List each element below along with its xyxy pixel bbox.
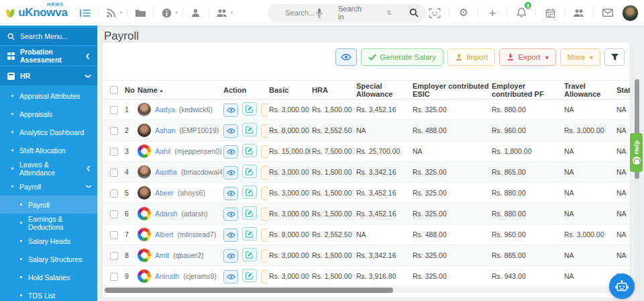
help-tab[interactable]: Help	[630, 133, 643, 172]
view-row-button[interactable]	[223, 166, 238, 179]
calendar-icon[interactable]	[542, 5, 558, 21]
edit-row-button[interactable]	[242, 123, 257, 136]
employee-name-link[interactable]: Aadya	[155, 105, 175, 114]
sidebar-item[interactable]: Leaves & Attendance	[0, 159, 97, 177]
row-checkbox[interactable]	[110, 189, 118, 198]
edit-row-button[interactable]	[242, 165, 257, 178]
row-checkbox[interactable]	[110, 210, 118, 218]
column-pf[interactable]: Employer contributed PF	[490, 81, 563, 99]
plus-icon[interactable]: +	[484, 5, 500, 21]
view-row-button[interactable]	[223, 145, 238, 159]
row-more-button[interactable]: ⋮	[261, 166, 268, 179]
scope-sorter-icon[interactable]: ⇅	[386, 9, 392, 16]
edit-row-button[interactable]	[242, 248, 257, 261]
search-submit-icon[interactable]	[409, 7, 419, 18]
row-more-button[interactable]: ⋮	[261, 208, 268, 221]
info-icon[interactable]	[158, 5, 174, 21]
row-checkbox[interactable]	[110, 106, 118, 114]
edit-row-button[interactable]	[242, 227, 257, 241]
column-esic[interactable]: Employer contributed ESIC	[411, 81, 490, 99]
vertical-scrollbar[interactable]	[635, 79, 639, 301]
row-checkbox[interactable]	[110, 231, 118, 239]
view-row-button[interactable]	[223, 103, 238, 117]
row-more-button[interactable]: ⋮	[261, 228, 268, 242]
users-icon[interactable]	[214, 5, 230, 21]
horizontal-scrollbar-thumb[interactable]	[105, 288, 393, 293]
edit-row-button[interactable]	[242, 144, 257, 157]
column-travel-allowance[interactable]: Travel Allowance	[563, 81, 615, 99]
row-more-button[interactable]: ⋮	[261, 187, 268, 200]
sidebar-item[interactable]: Appraisals	[0, 105, 97, 123]
employee-name-link[interactable]: Aastha	[155, 168, 177, 176]
horizontal-scrollbar[interactable]	[104, 288, 629, 293]
edit-row-button[interactable]	[242, 269, 257, 282]
sidebar-item[interactable]: Payroll	[0, 177, 97, 196]
sidebar-item[interactable]: Shift Allocation	[0, 141, 97, 159]
employee-name-link[interactable]: Amit	[155, 251, 169, 259]
employee-name-link[interactable]: Abeer	[155, 189, 174, 197]
row-more-button[interactable]: ⋮	[261, 270, 268, 284]
column-no[interactable]: No	[123, 81, 136, 99]
edit-row-button[interactable]	[242, 206, 257, 220]
filter-button[interactable]	[604, 48, 625, 66]
chevron-down-icon[interactable]: ▾	[120, 10, 123, 15]
chevron-down-icon[interactable]: ▾	[175, 10, 178, 15]
chatbot-button[interactable]	[609, 273, 635, 299]
bell-icon[interactable]: 8	[513, 5, 529, 21]
employee-name-link[interactable]: Albert	[155, 230, 173, 239]
sidebar-subitem[interactable]: Payroll	[0, 196, 97, 214]
sidebar-subitem[interactable]: Salary Heads	[0, 232, 97, 250]
column-special-allowance[interactable]: Special Allowance	[355, 81, 411, 99]
sidebar-subitem[interactable]: Salary Structures	[0, 250, 97, 268]
row-more-button[interactable]: ⋮	[261, 145, 268, 159]
sidebar-subitem[interactable]: TDS List	[0, 286, 97, 301]
row-checkbox[interactable]	[110, 148, 118, 156]
sidebar-item[interactable]: Appraisal Attributes	[0, 87, 97, 105]
sidebar-subitem[interactable]: Hold Salaries	[0, 268, 97, 286]
employee-name-link[interactable]: Adarsh	[155, 210, 177, 218]
import-button[interactable]: Import	[447, 48, 496, 66]
employee-name-link[interactable]: Anirudh	[155, 272, 179, 280]
row-more-button[interactable]: ⋮	[261, 124, 268, 138]
row-checkbox[interactable]	[110, 252, 118, 260]
rss-feed-icon[interactable]	[103, 5, 119, 21]
row-checkbox[interactable]	[110, 169, 118, 177]
preview-button[interactable]	[335, 48, 357, 66]
edit-row-button[interactable]	[242, 185, 257, 199]
sidebar-item-probation-assessment[interactable]: Probation Assessment ❮	[0, 46, 97, 65]
profile-avatar[interactable]	[622, 5, 639, 22]
select-all-checkbox[interactable]	[110, 86, 118, 94]
microphone-icon[interactable]	[315, 7, 323, 18]
view-row-button[interactable]	[223, 208, 238, 221]
employee-name-link[interactable]: Aahil	[155, 147, 170, 155]
edit-row-button[interactable]	[242, 102, 257, 116]
row-more-button[interactable]: ⋮	[261, 103, 268, 117]
list-toggle-icon[interactable]	[77, 5, 93, 21]
brand-logo[interactable]: uKnowva HRMS	[0, 0, 72, 26]
search-input[interactable]: Search...	[285, 9, 315, 17]
view-row-button[interactable]	[223, 228, 238, 242]
users-icon[interactable]	[571, 5, 587, 21]
column-name[interactable]: Name	[136, 81, 222, 99]
employee-name-link[interactable]: Aahan	[155, 126, 175, 134]
mail-icon[interactable]	[600, 5, 616, 21]
view-row-button[interactable]	[223, 124, 238, 138]
face-scan-icon[interactable]	[427, 5, 443, 21]
sidebar-search-input[interactable]: Search Menu...	[0, 28, 97, 45]
column-action[interactable]: Action	[222, 81, 268, 99]
folder-icon[interactable]	[132, 5, 148, 21]
search-scope-select[interactable]: Search in	[338, 5, 366, 21]
view-row-button[interactable]	[223, 249, 238, 263]
chevron-down-icon[interactable]: ▾	[231, 10, 233, 15]
sidebar-item-hr[interactable]: HR ❮	[0, 67, 97, 85]
row-checkbox[interactable]	[110, 273, 118, 281]
gear-icon[interactable]: ⚙	[455, 5, 472, 21]
generate-salary-button[interactable]: Generate Salary	[361, 48, 443, 66]
export-button[interactable]: Export	[499, 48, 555, 66]
column-hra[interactable]: HRA	[311, 81, 355, 99]
sidebar-item[interactable]: Analytics Dashboard	[0, 123, 97, 141]
global-search[interactable]: Search... Search in ⇅	[268, 4, 427, 22]
user-icon[interactable]	[188, 5, 204, 21]
view-row-button[interactable]	[223, 270, 238, 284]
more-button[interactable]: More	[560, 48, 600, 66]
